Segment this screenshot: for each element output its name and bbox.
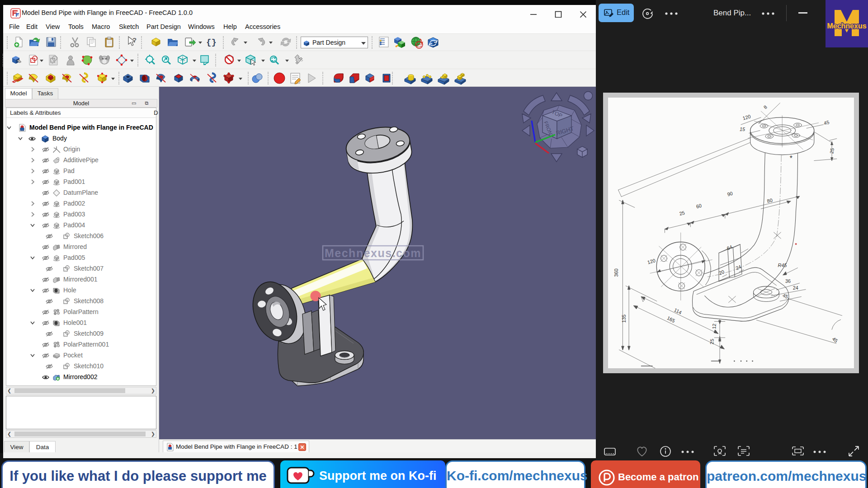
svg-text:114: 114 <box>673 307 683 315</box>
svg-text:24: 24 <box>735 264 742 271</box>
svg-text:Mechnexus.com: Mechnexus.com <box>325 247 421 259</box>
svg-text:90: 90 <box>726 191 733 197</box>
svg-text:135: 135 <box>621 314 627 323</box>
svg-text:?: ? <box>132 36 137 44</box>
svg-text:{}: {} <box>206 38 217 47</box>
svg-text:24: 24 <box>793 285 798 290</box>
svg-text:R45: R45 <box>778 263 787 268</box>
svg-text:60: 60 <box>696 202 703 209</box>
svg-text:25: 25 <box>679 210 685 216</box>
svg-text:20: 20 <box>718 269 725 276</box>
svg-text:36: 36 <box>785 278 791 284</box>
svg-text:15: 15 <box>740 127 745 132</box>
svg-text:25: 25 <box>829 148 835 154</box>
svg-text:120: 120 <box>742 113 751 121</box>
svg-text:12: 12 <box>711 324 717 329</box>
svg-text:*: * <box>790 154 793 162</box>
svg-text:45: 45 <box>823 119 830 126</box>
svg-text:120: 120 <box>646 258 656 265</box>
svg-text:Mechnexus: Mechnexus <box>827 22 866 30</box>
svg-text:8: 8 <box>763 104 768 110</box>
svg-text:165: 165 <box>666 315 676 324</box>
svg-text:64: 64 <box>726 244 733 251</box>
svg-text:360: 360 <box>613 268 619 277</box>
svg-text:25: 25 <box>709 339 714 345</box>
